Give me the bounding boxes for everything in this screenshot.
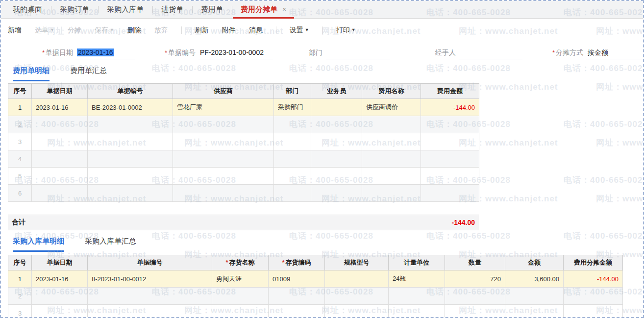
cell-seq[interactable]: 2 (8, 288, 32, 305)
refresh-button[interactable]: 刷新 (195, 26, 209, 35)
cell-empty[interactable] (274, 185, 311, 202)
cell-doc-date[interactable]: 2023-01-16 (32, 270, 88, 288)
cell-qty[interactable]: 720 (445, 270, 505, 288)
cell-empty[interactable] (389, 305, 445, 318)
tab-inbound-detail[interactable]: 采购入库单明细 (13, 237, 64, 252)
tab-expense-summary[interactable]: 费用单汇总 (70, 66, 107, 81)
cell-empty[interactable] (32, 116, 88, 133)
department-field[interactable] (326, 46, 390, 59)
cell-empty[interactable] (311, 150, 362, 168)
cell-empty[interactable] (274, 168, 311, 185)
tab-purchase-inbound[interactable]: 采购入库单 (98, 1, 152, 18)
cell-seq[interactable]: 1 (8, 99, 32, 116)
cell-empty[interactable] (311, 116, 362, 133)
new-button[interactable]: 新增 (8, 26, 22, 35)
cell-expense-name[interactable]: 供应商调价 (362, 99, 421, 116)
cell-empty[interactable] (445, 305, 505, 318)
cell-empty[interactable] (32, 168, 88, 185)
tab-my-desktop[interactable]: 我的桌面 (4, 1, 51, 18)
cell-empty[interactable] (32, 150, 88, 168)
cell-empty[interactable] (32, 305, 88, 318)
cell-empty[interactable] (88, 288, 212, 305)
cell-empty[interactable] (421, 133, 479, 150)
cell-empty[interactable] (173, 168, 274, 185)
cell-empty[interactable] (173, 185, 274, 202)
handler-field[interactable] (459, 46, 522, 59)
attachment-button[interactable]: 附件 (222, 26, 236, 35)
cell-empty[interactable] (362, 185, 421, 202)
tab-expense-detail[interactable]: 费用单明细 (13, 66, 50, 81)
cell-empty[interactable] (274, 150, 311, 168)
cell-expense-amount[interactable]: -144.00 (421, 99, 479, 116)
cell-empty[interactable] (362, 116, 421, 133)
cell-doc-no[interactable]: II-2023-01-00-0012 (88, 270, 212, 288)
cell-empty[interactable] (311, 168, 362, 185)
cell-empty[interactable] (311, 185, 362, 202)
cell-supplier[interactable]: 雪花厂家 (173, 99, 274, 116)
doc-date-field[interactable]: 2023-01-16 (75, 46, 135, 59)
cell-empty[interactable] (505, 288, 564, 305)
cell-empty[interactable] (32, 133, 88, 150)
cell-empty[interactable] (564, 288, 623, 305)
cell-amount[interactable]: 3,600.00 (505, 270, 564, 288)
close-icon[interactable]: × (282, 5, 286, 13)
cell-empty[interactable] (88, 305, 212, 318)
cell-empty[interactable] (421, 185, 479, 202)
cell-empty[interactable] (269, 305, 325, 318)
cell-empty[interactable] (274, 116, 311, 133)
cell-doc-no[interactable]: BE-2023-01-0002 (88, 99, 173, 116)
cell-empty[interactable] (212, 305, 269, 318)
print-button[interactable]: 打印▼ (336, 26, 356, 35)
tab-purchase-order[interactable]: 采购订单 (51, 1, 98, 18)
cell-empty[interactable] (88, 185, 173, 202)
alloc-method-field[interactable]: 按金额 (586, 46, 644, 59)
settings-button[interactable]: 设置▼ (290, 26, 309, 35)
cell-empty[interactable] (173, 150, 274, 168)
save-button[interactable]: 保存▼ (95, 26, 114, 35)
delete-button[interactable]: 删除 (127, 26, 141, 35)
cell-empty[interactable] (173, 133, 274, 150)
cell-seq[interactable]: 4 (8, 150, 32, 168)
cell-empty[interactable] (505, 305, 564, 318)
cell-empty[interactable] (32, 288, 88, 305)
cell-salesman[interactable] (311, 99, 362, 116)
cell-empty[interactable] (362, 168, 421, 185)
cell-unit[interactable]: 24瓶 (389, 270, 445, 288)
allocate-button[interactable]: 分摊 (68, 26, 81, 35)
select-doc-button[interactable]: 选单▼ (35, 26, 54, 35)
cell-department[interactable]: 采购部门 (274, 99, 311, 116)
abandon-button[interactable]: 放弃 (154, 26, 168, 35)
tab-expense[interactable]: 费用单 (192, 1, 232, 18)
cell-empty[interactable] (32, 185, 88, 202)
cell-empty[interactable] (564, 305, 623, 318)
cell-empty[interactable] (362, 133, 421, 150)
cell-empty[interactable] (421, 116, 479, 133)
cell-spec[interactable] (325, 270, 389, 288)
cell-item-name[interactable]: 勇闯天涯 (212, 270, 269, 288)
cell-seq[interactable]: 6 (8, 185, 32, 202)
cell-seq[interactable]: 1 (8, 270, 32, 288)
cell-empty[interactable] (269, 288, 325, 305)
cell-empty[interactable] (421, 150, 479, 168)
cell-seq[interactable]: 3 (8, 133, 32, 150)
cell-empty[interactable] (212, 288, 269, 305)
cell-item-code[interactable]: 01009 (269, 270, 325, 288)
cell-seq[interactable]: 2 (8, 116, 32, 133)
cell-empty[interactable] (421, 168, 479, 185)
cell-empty[interactable] (362, 150, 421, 168)
cell-empty[interactable] (274, 133, 311, 150)
tab-expense-allocation[interactable]: 费用分摊单× (232, 1, 295, 18)
cell-empty[interactable] (325, 305, 389, 318)
cell-seq[interactable]: 3 (8, 305, 32, 318)
cell-alloc-amount[interactable]: -144.00 (564, 270, 623, 288)
cell-doc-date[interactable]: 2023-01-16 (32, 99, 88, 116)
cell-empty[interactable] (88, 116, 173, 133)
cell-empty[interactable] (88, 150, 173, 168)
cell-empty[interactable] (88, 168, 173, 185)
message-button[interactable]: 消息 (249, 26, 263, 35)
cell-empty[interactable] (173, 116, 274, 133)
cell-empty[interactable] (88, 133, 173, 150)
doc-no-field[interactable]: PF-2023-01-00-0002 (198, 46, 273, 59)
tab-inbound-summary[interactable]: 采购入库单汇总 (85, 237, 136, 252)
cell-empty[interactable] (311, 133, 362, 150)
